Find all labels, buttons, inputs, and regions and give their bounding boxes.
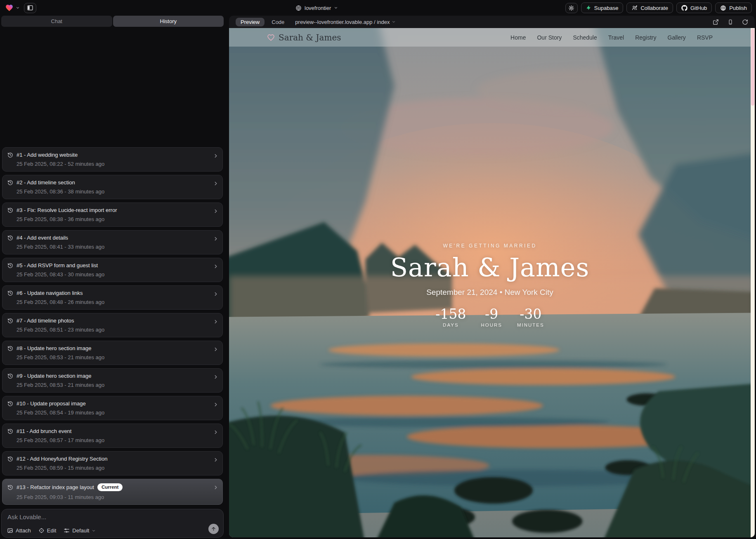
chevron-right-icon[interactable] [213, 319, 219, 326]
tab-code[interactable]: Code [272, 19, 284, 25]
settings-button[interactable] [565, 3, 578, 13]
history-list-item[interactable]: #12 - Add Honeyfund Registry Section 25 … [2, 451, 223, 475]
mode-label: Default [72, 527, 89, 534]
history-clock-icon [7, 346, 13, 351]
edit-select-button[interactable]: Edit [38, 527, 56, 534]
history-item-title: #13 - Refactor index page layout [17, 484, 94, 490]
chevron-right-icon[interactable] [213, 291, 219, 299]
lovable-heart-logo-icon [5, 4, 14, 12]
chevron-right-icon[interactable] [213, 429, 219, 437]
chevron-right-icon[interactable] [213, 374, 219, 381]
history-item-timestamp: 25 Feb 2025, 08:22 - 52 minutes ago [17, 161, 210, 167]
chevron-right-icon[interactable] [213, 264, 219, 271]
site-preview: Sarah & James Home Our Story Schedule Tr… [229, 28, 755, 537]
history-list-item[interactable]: #13 - Refactor index page layout Current… [2, 479, 223, 505]
preview-url: preview--lovefrontier.lovable.app / inde… [295, 19, 390, 25]
history-item-title: #11 - Add brunch event [17, 428, 71, 434]
history-list-item[interactable]: #6 - Update navigation links 25 Feb 2025… [2, 285, 223, 310]
project-selector[interactable]: lovefrontier [295, 0, 338, 16]
tab-chat[interactable]: Chat [1, 16, 112, 27]
chevron-right-icon[interactable] [213, 208, 219, 216]
site-nav-link[interactable]: Our Story [537, 34, 562, 41]
history-clock-icon [7, 485, 13, 490]
chevron-right-icon[interactable] [213, 402, 219, 409]
site-nav-links: Home Our Story Schedule Travel Registry … [510, 34, 713, 41]
target-edit-icon [38, 527, 45, 534]
history-item-timestamp: 25 Feb 2025, 09:03 - 11 minutes ago [17, 494, 210, 500]
attach-label: Attach [16, 527, 31, 534]
image-attach-icon [7, 527, 13, 534]
history-list-item[interactable]: #8 - Update hero section image 25 Feb 20… [2, 341, 223, 365]
prompt-composer: Attach Edit Default [1, 509, 224, 538]
history-item-title: #7 - Add timeline photos [17, 318, 74, 324]
tab-preview[interactable]: Preview [236, 18, 265, 26]
lovable-menu[interactable] [5, 4, 20, 12]
chevron-right-icon[interactable] [213, 485, 219, 492]
hero-content: WE'RE GETTING MARRIED Sarah & James Sept… [229, 28, 751, 327]
history-list-item[interactable]: #9 - Update hero section image 25 Feb 20… [2, 368, 223, 393]
history-list-item[interactable]: #3 - Fix: Resolve Lucide-react import er… [2, 202, 223, 227]
attach-button[interactable]: Attach [7, 527, 31, 534]
site-nav-link[interactable]: RSVP [697, 34, 713, 41]
sidebar-toggle-button[interactable] [24, 3, 36, 13]
preview-scrollbar[interactable] [751, 28, 755, 537]
publish-button[interactable]: Publish [715, 2, 752, 13]
history-clock-icon [7, 456, 13, 462]
prompt-input[interactable] [7, 513, 181, 520]
history-item-timestamp: 25 Feb 2025, 08:57 - 17 minutes ago [17, 437, 210, 443]
arrow-up-icon [211, 526, 216, 532]
collaborate-label: Collaborate [640, 5, 668, 11]
history-item-title: #1 - Add wedding website [17, 152, 78, 158]
history-list-item[interactable]: #1 - Add wedding website 25 Feb 2025, 08… [2, 147, 223, 172]
site-navbar: Sarah & James Home Our Story Schedule Tr… [229, 28, 751, 47]
scrollbar-thumb[interactable] [751, 29, 754, 106]
hero-eyebrow: WE'RE GETTING MARRIED [443, 243, 536, 249]
topbar-actions: Supabase Collaborate GitHub Publish [565, 0, 752, 16]
history-item-title: #9 - Update hero section image [17, 373, 91, 379]
sliders-icon [64, 527, 70, 534]
history-list-item[interactable]: #2 - Add timeline section 25 Feb 2025, 0… [2, 175, 223, 199]
history-item-title: #4 - Add event details [17, 235, 68, 241]
chevron-right-icon[interactable] [213, 236, 219, 243]
site-nav-link[interactable]: Travel [608, 34, 624, 41]
history-list-item[interactable]: #10 - Update proposal image 25 Feb 2025,… [2, 396, 223, 420]
chevron-right-icon[interactable] [213, 346, 219, 354]
preview-url-selector[interactable]: preview--lovefrontier.lovable.app / inde… [295, 19, 396, 25]
github-button[interactable]: GitHub [676, 2, 712, 13]
countdown-unit: -30 MINUTES [517, 307, 544, 327]
countdown-value: -30 [517, 307, 544, 321]
countdown-label: DAYS [435, 322, 466, 327]
site-nav-link[interactable]: Gallery [668, 34, 686, 41]
chevron-right-icon[interactable] [213, 457, 219, 464]
chevron-down-icon [16, 6, 20, 10]
history-item-timestamp: 25 Feb 2025, 08:53 - 21 minutes ago [17, 354, 210, 360]
tab-history[interactable]: History [113, 16, 224, 27]
site-nav-link[interactable]: Schedule [573, 34, 597, 41]
countdown-label: MINUTES [517, 322, 544, 327]
chevron-right-icon[interactable] [213, 153, 219, 160]
chevron-right-icon[interactable] [213, 181, 219, 188]
preview-toolbar: Preview Code preview--lovefrontier.lovab… [229, 16, 755, 28]
mode-select-button[interactable]: Default [64, 527, 96, 534]
gear-icon [568, 5, 574, 11]
history-list-item[interactable]: #4 - Add event details 25 Feb 2025, 08:4… [2, 230, 223, 254]
site-nav-link[interactable]: Home [510, 34, 526, 41]
open-external-button[interactable] [713, 19, 719, 25]
countdown-unit: -9 HOURS [481, 307, 502, 327]
supabase-button[interactable]: Supabase [581, 2, 624, 13]
mobile-view-button[interactable] [728, 19, 733, 25]
supabase-label: Supabase [594, 5, 619, 11]
history-list-item[interactable]: #5 - Add RSVP form and guest list 25 Feb… [2, 258, 223, 282]
history-list-item[interactable]: #7 - Add timeline photos 25 Feb 2025, 08… [2, 313, 223, 337]
send-button[interactable] [208, 524, 219, 534]
site-logo[interactable]: Sarah & James [267, 33, 341, 42]
refresh-button[interactable] [742, 19, 748, 25]
history-clock-icon [7, 152, 13, 158]
history-item-timestamp: 25 Feb 2025, 08:36 - 38 minutes ago [17, 188, 210, 195]
history-list-item[interactable]: #11 - Add brunch event 25 Feb 2025, 08:5… [2, 424, 223, 448]
history-item-timestamp: 25 Feb 2025, 08:54 - 19 minutes ago [17, 410, 210, 416]
publish-label: Publish [729, 5, 747, 11]
site-nav-link[interactable]: Registry [635, 34, 656, 41]
collaborate-button[interactable]: Collaborate [626, 2, 673, 13]
history-item-title: #8 - Update hero section image [17, 345, 91, 351]
